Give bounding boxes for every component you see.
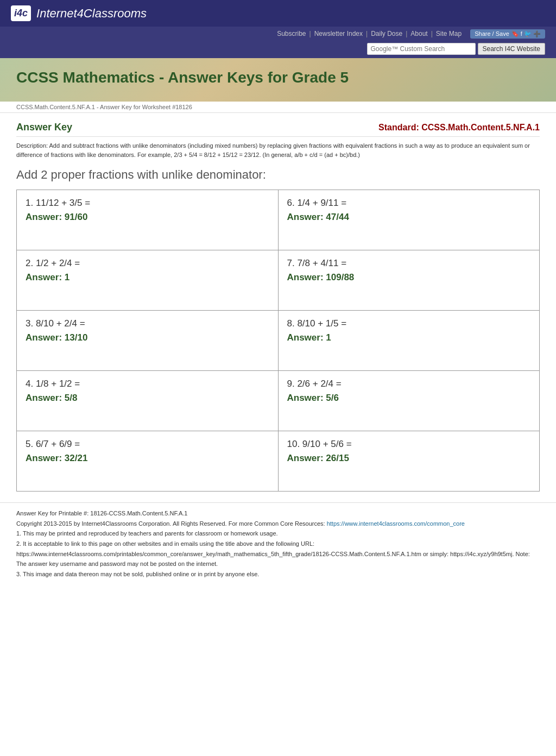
problem-row: 2. 1/2 + 2/4 =Answer: 17. 7/8 + 4/11 =An… xyxy=(17,250,539,311)
search-bar: Search I4C Website xyxy=(0,41,556,58)
problem-cell-left: 2. 1/2 + 2/4 =Answer: 1 xyxy=(17,250,279,310)
navbar: Subscribe | Newsletter Index | Daily Dos… xyxy=(0,27,556,41)
problem-answer: Answer: 13/10 xyxy=(26,332,269,343)
site-header: i4c Internet4Classrooms xyxy=(0,0,556,27)
problem-cell-right: 8. 8/10 + 1/5 =Answer: 1 xyxy=(279,311,540,370)
problem-row: 5. 6/7 + 6/9 =Answer: 32/2110. 9/10 + 5/… xyxy=(17,431,539,491)
problem-row: 3. 8/10 + 2/4 =Answer: 13/108. 8/10 + 1/… xyxy=(17,311,539,371)
problem-question: 10. 9/10 + 5/6 = xyxy=(287,439,531,450)
description-text: Description: Add and subtract fractions … xyxy=(16,141,540,159)
answer-key-title: Answer Key xyxy=(16,122,72,133)
search-button[interactable]: Search I4C Website xyxy=(478,43,546,55)
problem-cell-left: 3. 8/10 + 2/4 =Answer: 13/10 xyxy=(17,311,279,370)
problem-cell-left: 4. 1/8 + 1/2 =Answer: 5/8 xyxy=(17,371,279,431)
page-title: CCSS Mathematics - Answer Keys for Grade… xyxy=(16,69,540,86)
footer-notes: 1. This may be printed and reproduced by… xyxy=(16,528,540,579)
problem-question: 6. 1/4 + 9/11 = xyxy=(287,198,531,209)
worksheet-title: Add 2 proper fractions with unlike denom… xyxy=(16,168,540,182)
search-input[interactable] xyxy=(367,43,476,55)
share-icon: 🔖 f 🐦 ➕ xyxy=(511,30,541,37)
problem-answer: Answer: 91/60 xyxy=(26,212,269,223)
logo-text: i4c xyxy=(14,8,28,18)
logo-icon: i4c xyxy=(11,5,31,21)
footer-note: 2. It is acceptable to link to this page… xyxy=(16,539,540,549)
logo-area: i4c Internet4Classrooms xyxy=(11,5,147,21)
problem-answer: Answer: 109/88 xyxy=(287,272,531,283)
site-name: Internet4Classrooms xyxy=(36,7,147,21)
footer-note: 1. This may be printed and reproduced by… xyxy=(16,528,540,539)
problem-cell-left: 1. 11/12 + 3/5 =Answer: 91/60 xyxy=(17,190,279,250)
footer-copyright: Copyright 2013-2015 by Internet4Classroo… xyxy=(16,519,540,529)
problem-question: 5. 6/7 + 6/9 = xyxy=(26,439,269,450)
about-link[interactable]: About xyxy=(407,29,431,39)
footer: Answer Key for Printable #: 18126-CCSS.M… xyxy=(0,502,556,590)
problem-answer: Answer: 32/21 xyxy=(26,453,269,464)
daily-dose-link[interactable]: Daily Dose xyxy=(368,29,406,39)
problem-question: 1. 11/12 + 3/5 = xyxy=(26,198,269,209)
problem-question: 4. 1/8 + 1/2 = xyxy=(26,379,269,389)
breadcrumb-text: CCSS.Math.Content.5.NF.A.1 - Answer Key … xyxy=(16,104,192,110)
standard-label: Standard: CCSS.Math.Content.5.NF.A.1 xyxy=(378,123,540,133)
footer-note: 3. This image and data thereon may not b… xyxy=(16,569,540,579)
site-map-link[interactable]: Site Map xyxy=(433,29,465,39)
problem-question: 2. 1/2 + 2/4 = xyxy=(26,258,269,269)
problem-answer: Answer: 1 xyxy=(287,332,531,343)
problem-row: 4. 1/8 + 1/2 =Answer: 5/89. 2/6 + 2/4 =A… xyxy=(17,371,539,431)
problem-answer: Answer: 5/6 xyxy=(287,393,531,404)
problem-question: 3. 8/10 + 2/4 = xyxy=(26,318,269,329)
problem-answer: Answer: 1 xyxy=(26,272,269,283)
footer-printable: Answer Key for Printable #: 18126-CCSS.M… xyxy=(16,508,540,519)
problem-answer: Answer: 26/15 xyxy=(287,453,531,464)
problem-cell-right: 7. 7/8 + 4/11 =Answer: 109/88 xyxy=(279,250,540,310)
problem-question: 9. 2/6 + 2/4 = xyxy=(287,379,531,389)
footer-note: https://www.internet4classrooms.com/prin… xyxy=(16,549,540,569)
common-core-link[interactable]: https://www.internet4classrooms.com/comm… xyxy=(327,520,465,527)
problem-cell-right: 6. 1/4 + 9/11 =Answer: 47/44 xyxy=(279,190,540,250)
share-label: Share / Save xyxy=(475,30,509,37)
problem-cell-left: 5. 6/7 + 6/9 =Answer: 32/21 xyxy=(17,431,279,491)
problem-answer: Answer: 47/44 xyxy=(287,212,531,223)
problem-cell-right: 10. 9/10 + 5/6 =Answer: 26/15 xyxy=(279,431,540,491)
problem-answer: Answer: 5/8 xyxy=(26,393,269,404)
problem-question: 8. 8/10 + 1/5 = xyxy=(287,318,531,329)
problem-question: 7. 7/8 + 4/11 = xyxy=(287,258,531,269)
main-content: Answer Key Standard: CCSS.Math.Content.5… xyxy=(0,113,556,502)
hero-banner: CCSS Mathematics - Answer Keys for Grade… xyxy=(0,58,556,102)
breadcrumb: CCSS.Math.Content.5.NF.A.1 - Answer Key … xyxy=(0,102,556,113)
subscribe-link[interactable]: Subscribe xyxy=(274,29,309,39)
newsletter-link[interactable]: Newsletter Index xyxy=(311,29,366,39)
problem-cell-right: 9. 2/6 + 2/4 =Answer: 5/6 xyxy=(279,371,540,431)
answer-key-header: Answer Key Standard: CCSS.Math.Content.5… xyxy=(16,118,540,137)
share-button[interactable]: Share / Save 🔖 f 🐦 ➕ xyxy=(470,29,545,39)
problems-grid: 1. 11/12 + 3/5 =Answer: 91/606. 1/4 + 9/… xyxy=(16,190,540,492)
problem-row: 1. 11/12 + 3/5 =Answer: 91/606. 1/4 + 9/… xyxy=(17,190,539,250)
